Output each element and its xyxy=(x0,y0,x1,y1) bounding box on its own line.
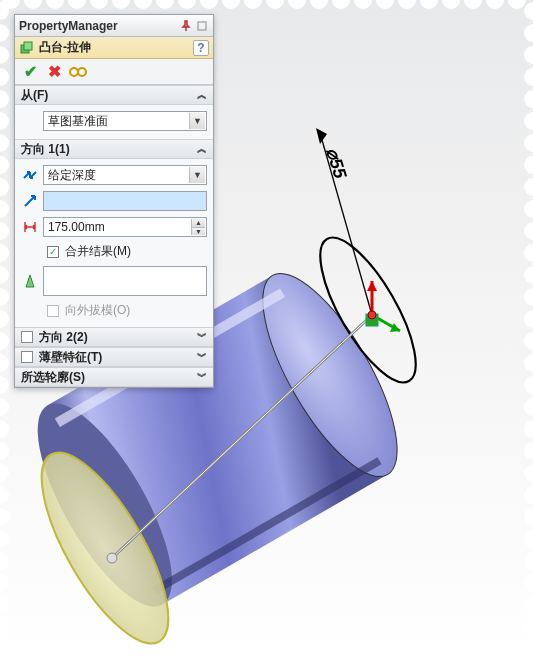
end-condition-combo[interactable]: 给定深度 ▼ xyxy=(43,165,207,185)
property-manager-panel: PropertyManager 凸台-拉伸 ? ✔ ✖ 从(F) ︽ 草图基准面… xyxy=(14,14,214,388)
merge-result-checkbox[interactable]: ✓ 合并结果(M) xyxy=(21,243,207,260)
section-thin-label: 薄壁特征(T) xyxy=(39,349,102,366)
spin-down-icon[interactable]: ▼ xyxy=(191,227,205,236)
expand-icon: ︾ xyxy=(197,330,207,344)
feature-name: 凸台-拉伸 xyxy=(39,39,193,56)
section-dir2-label: 方向 2(2) xyxy=(39,329,88,346)
svg-marker-11 xyxy=(316,128,327,144)
pushpin-icon[interactable] xyxy=(179,19,193,33)
section-from-body: 草图基准面 ▼ xyxy=(15,105,213,139)
section-from-label: 从(F) xyxy=(21,87,48,104)
extrude-icon xyxy=(19,40,35,56)
cancel-button[interactable]: ✖ xyxy=(45,63,63,81)
section-dir1-body: 给定深度 ▼ 175.00mm ▲ ▼ ✓ 合并结果(M) xyxy=(15,159,213,327)
section-from-header[interactable]: 从(F) ︽ xyxy=(15,85,213,105)
section-dir1-label: 方向 1(1) xyxy=(21,141,70,158)
expand-icon: ︾ xyxy=(197,350,207,364)
collapse-icon: ︽ xyxy=(197,88,207,102)
feature-header: 凸台-拉伸 ? xyxy=(15,37,213,59)
reverse-direction-icon[interactable] xyxy=(21,166,39,184)
svg-rect-21 xyxy=(24,42,32,50)
draft-angle-input[interactable] xyxy=(43,266,207,296)
collapse-icon: ︽ xyxy=(197,142,207,156)
thin-enable-checkbox[interactable] xyxy=(21,351,33,363)
chevron-down-icon[interactable]: ▼ xyxy=(189,113,205,129)
ok-button[interactable]: ✔ xyxy=(21,63,39,81)
section-thin-header[interactable]: 薄壁特征(T) ︾ xyxy=(15,347,213,367)
svg-text:⌀55: ⌀55 xyxy=(322,145,350,181)
depth-icon xyxy=(21,218,39,236)
svg-point-23 xyxy=(78,68,86,76)
depth-spinner[interactable]: 175.00mm ▲ ▼ xyxy=(43,217,207,237)
direction-reference-input[interactable] xyxy=(43,191,207,211)
svg-rect-19 xyxy=(198,22,206,30)
section-dir2-header[interactable]: 方向 2(2) ︾ xyxy=(15,327,213,347)
svg-point-9 xyxy=(107,553,117,563)
section-contours-header[interactable]: 所选轮廓(S) ︾ xyxy=(15,367,213,387)
panel-title: PropertyManager xyxy=(19,19,177,33)
from-plane-combo[interactable]: 草图基准面 ▼ xyxy=(43,111,207,131)
panel-titlebar[interactable]: PropertyManager xyxy=(15,15,213,37)
section-contours-label: 所选轮廓(S) xyxy=(21,369,85,386)
spin-up-icon[interactable]: ▲ xyxy=(191,219,205,227)
section-dir1-header[interactable]: 方向 1(1) ︽ xyxy=(15,139,213,159)
panel-menu-icon[interactable] xyxy=(195,19,209,33)
svg-marker-14 xyxy=(367,281,377,291)
expand-icon: ︾ xyxy=(197,370,207,384)
detailed-preview-button[interactable] xyxy=(69,63,87,81)
svg-point-22 xyxy=(70,68,78,76)
direction-vector-icon[interactable] xyxy=(21,192,39,210)
command-row: ✔ ✖ xyxy=(15,59,213,85)
dir2-enable-checkbox[interactable] xyxy=(21,331,33,343)
help-button[interactable]: ? xyxy=(193,40,209,56)
svg-point-18 xyxy=(368,311,376,319)
chevron-down-icon[interactable]: ▼ xyxy=(189,167,205,183)
draft-outward-checkbox: 向外拔模(O) xyxy=(21,302,207,319)
draft-icon[interactable] xyxy=(21,272,39,290)
